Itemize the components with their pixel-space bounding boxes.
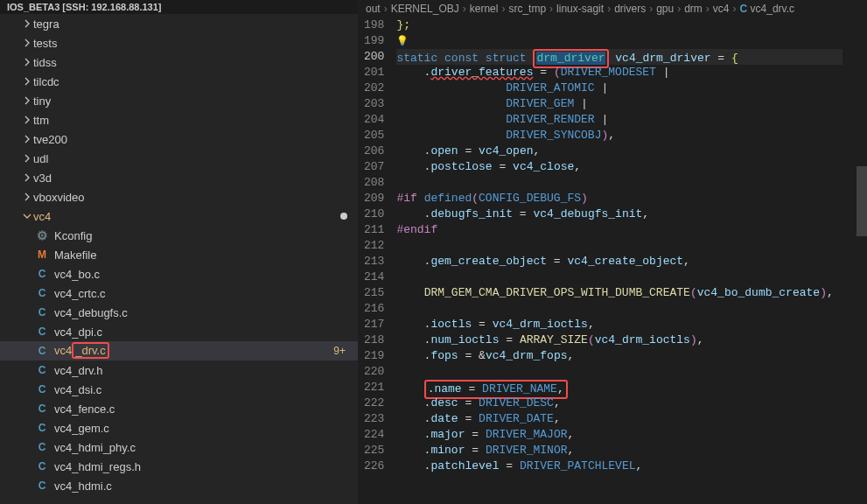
code-line[interactable] — [396, 175, 843, 191]
chevron-right-icon: › — [649, 3, 653, 15]
code-line[interactable]: #endif — [396, 222, 843, 238]
file-label: Makefile — [54, 248, 96, 262]
file-label: vc4_bo.c — [54, 268, 100, 281]
folder-tiny[interactable]: tiny — [0, 91, 358, 110]
breadcrumb-segment[interactable]: src_tmp — [508, 3, 546, 15]
file-vc4_hdmi.c[interactable]: Cvc4_hdmi.c — [0, 476, 358, 495]
file-label: vc4_dpi.c — [54, 326, 102, 339]
folder-tests[interactable]: tests — [0, 33, 358, 52]
code-line[interactable]: .gem_create_object = vc4_create_object, — [396, 254, 843, 270]
code-line[interactable] — [396, 270, 843, 285]
file-icon: C — [35, 459, 49, 473]
folder-label: tve200 — [33, 133, 67, 146]
folder-vboxvideo[interactable]: vboxvideo — [0, 187, 358, 206]
file-vc4_hdmi_regs.h[interactable]: Cvc4_hdmi_regs.h — [0, 457, 358, 476]
file-vc4_gem.c[interactable]: Cvc4_gem.c — [0, 418, 358, 438]
code-line[interactable] — [396, 238, 843, 254]
code-line[interactable]: .driver_features = (DRIVER_MODESET | — [396, 65, 843, 80]
code-line[interactable]: DRM_GEM_CMA_DRIVER_OPS_WITH_DUMB_CREATE(… — [396, 285, 843, 301]
chevron-down-icon — [21, 212, 33, 220]
file-Makefile[interactable]: MMakefile — [0, 245, 358, 264]
chevron-right-icon — [21, 173, 33, 182]
code-line[interactable]: DRIVER_GEM | — [396, 96, 843, 112]
folder-tegra[interactable]: tegra — [0, 14, 358, 33]
file-icon: C — [35, 363, 49, 377]
folder-tve200[interactable]: tve200 — [0, 130, 358, 149]
breadcrumb-segment[interactable]: out — [366, 3, 381, 15]
scrollbar-thumb[interactable] — [857, 166, 867, 236]
breadcrumb-segment[interactable]: kernel — [470, 3, 499, 15]
file-Kconfig[interactable]: ⚙Kconfig — [0, 226, 358, 245]
file-vc4_dsi.c[interactable]: Cvc4_dsi.c — [0, 380, 358, 399]
file-vc4_dpi.c[interactable]: Cvc4_dpi.c — [0, 322, 358, 341]
chevron-right-icon: › — [677, 3, 681, 15]
code-line[interactable]: #if defined(CONFIG_DEBUG_FS) — [396, 191, 843, 206]
breadcrumb-segment[interactable]: KERNEL_OBJ — [391, 3, 459, 15]
code-line[interactable]: .ioctls = vc4_drm_ioctls, — [396, 317, 843, 332]
line-number: 220 — [364, 364, 384, 380]
folder-v3d[interactable]: v3d — [0, 168, 358, 187]
code-line[interactable]: .postclose = vc4_close, — [396, 159, 843, 175]
code-line[interactable]: .desc = DRIVER_DESC, — [396, 396, 843, 411]
code-line[interactable] — [396, 301, 843, 317]
folder-vc4[interactable]: vc4 — [0, 206, 358, 226]
code-line[interactable]: .open = vc4_open, — [396, 144, 843, 159]
breadcrumb-segment[interactable]: drivers — [614, 3, 646, 15]
breadcrumb-segment[interactable]: linux-sagit — [556, 3, 604, 15]
vertical-scrollbar[interactable] — [857, 18, 867, 504]
folder-udl[interactable]: udl — [0, 149, 358, 168]
chevron-right-icon: › — [501, 3, 505, 15]
folder-tidss[interactable]: tidss — [0, 52, 358, 72]
code-line[interactable]: .patchlevel = DRIVER_PATCHLEVEL, — [396, 458, 843, 474]
file-vc4_drv.h[interactable]: Cvc4_drv.h — [0, 360, 358, 380]
file-label: vc4_drv.c — [54, 344, 109, 358]
code-line[interactable]: 💡 — [396, 33, 843, 49]
code-line[interactable]: DRIVER_ATOMIC | — [396, 80, 843, 96]
file-label: vc4_drv.h — [54, 364, 102, 377]
chevron-right-icon — [21, 38, 33, 47]
code-line[interactable]: }; — [396, 18, 843, 33]
breadcrumb-segment[interactable]: drm — [684, 3, 703, 15]
chevron-right-icon — [21, 116, 33, 124]
line-number: 226 — [364, 458, 384, 474]
chevron-right-icon: › — [733, 3, 737, 15]
code-line[interactable]: .num_ioctls = ARRAY_SIZE(vc4_drm_ioctls)… — [396, 332, 843, 348]
line-number: 212 — [364, 238, 384, 254]
editor-pane: out › KERNEL_OBJ › kernel › src_tmp › li… — [359, 0, 867, 504]
file-vc4_fence.c[interactable]: Cvc4_fence.c — [0, 399, 358, 418]
code-editor[interactable]: 1981992002012022032042052062072082092102… — [359, 18, 867, 504]
file-vc4_drv.c[interactable]: Cvc4_drv.c9+ — [0, 341, 358, 360]
line-number: 208 — [364, 175, 384, 191]
folder-label: tests — [33, 37, 57, 50]
line-number: 203 — [364, 96, 384, 112]
file-vc4_hdmi_phy.c[interactable]: Cvc4_hdmi_phy.c — [0, 438, 358, 457]
code-content[interactable]: };💡static const struct drm_driver vc4_dr… — [396, 18, 853, 504]
folder-label: udl — [33, 152, 48, 165]
breadcrumb[interactable]: out › KERNEL_OBJ › kernel › src_tmp › li… — [359, 0, 867, 18]
code-line[interactable]: DRIVER_SYNCOBJ), — [396, 128, 843, 144]
line-number: 209 — [364, 191, 384, 206]
code-line[interactable]: .date = DRIVER_DATE, — [396, 411, 843, 427]
file-vc4_crtc.c[interactable]: Cvc4_crtc.c — [0, 284, 358, 303]
breadcrumb-segment[interactable]: gpu — [656, 3, 674, 15]
folder-label: tidss — [33, 56, 57, 69]
code-line[interactable]: DRIVER_RENDER | — [396, 112, 843, 128]
breadcrumb-file[interactable]: C vc4_drv.c — [740, 3, 794, 15]
code-line[interactable]: .name = DRIVER_NAME, — [396, 380, 843, 396]
breadcrumb-segment[interactable]: vc4 — [713, 3, 730, 15]
code-line[interactable]: .major = DRIVER_MAJOR, — [396, 427, 843, 443]
file-explorer[interactable]: IOS_BETA3 [SSH: 192.168.88.131] tegrates… — [0, 0, 359, 504]
code-line[interactable]: static const struct drm_driver vc4_drm_d… — [396, 49, 843, 65]
folder-tilcdc[interactable]: tilcdc — [0, 72, 358, 91]
code-line[interactable]: .debugfs_init = vc4_debugfs_init, — [396, 206, 843, 222]
lightbulb-icon[interactable]: 💡 — [396, 36, 409, 46]
file-vc4_bo.c[interactable]: Cvc4_bo.c — [0, 264, 358, 284]
code-line[interactable] — [396, 364, 843, 380]
folder-ttm[interactable]: ttm — [0, 110, 358, 130]
folder-label: tilcdc — [33, 75, 59, 88]
code-line[interactable]: .minor = DRIVER_MINOR, — [396, 443, 843, 458]
folder-label: v3d — [33, 172, 52, 185]
git-badge: 9+ — [333, 345, 346, 357]
file-vc4_debugfs.c[interactable]: Cvc4_debugfs.c — [0, 303, 358, 322]
code-line[interactable]: .fops = &vc4_drm_fops, — [396, 348, 843, 364]
